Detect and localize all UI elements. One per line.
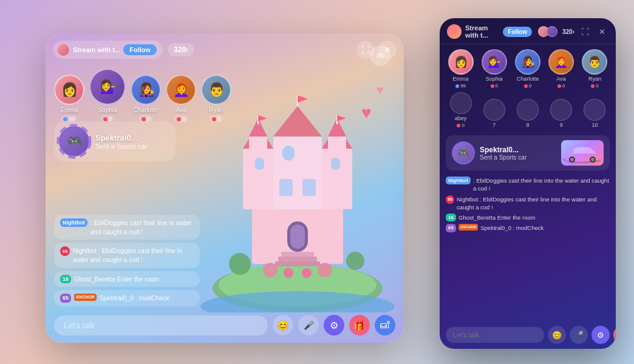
phone-car-image [561, 140, 604, 166]
msg-text-1: : EbilDoggies cast their line in water a… [90, 218, 194, 236]
mic-button[interactable]: 🎤 [298, 315, 319, 335]
phone-msg-text-1: : EbilDoggies cast their line into the w… [473, 177, 610, 193]
phone-viewer-8: 8 [513, 99, 542, 128]
chat-area: Nightbot : EbilDoggies cast their line i… [54, 215, 200, 306]
phone-avatar-group [538, 26, 557, 37]
phone-expand-button[interactable]: ⛶ [578, 25, 591, 38]
svg-rect-29 [281, 252, 314, 257]
svg-point-44 [570, 158, 574, 161]
msg-text-4: Spektral0_0 : modCheck [100, 294, 194, 303]
svg-point-34 [284, 268, 293, 278]
svg-marker-19 [298, 95, 308, 103]
phone-ava-badge: 0 [557, 83, 565, 89]
chat-message-3: 16 Ghost_Beretta Enter the room [54, 271, 200, 288]
phone-viewer-count: 320› [562, 29, 574, 35]
phone-viewers-row1: 👩 Emma 99 💁‍♀️ Sophia 0 [446, 49, 610, 89]
svg-rect-8 [273, 136, 322, 209]
phone-abey-avatar [450, 92, 472, 114]
phone-badge-99: 99 [446, 195, 454, 204]
phone-window: Stream with t... Follow 320› ⛶ ✕ 👩 Emma … [440, 18, 616, 349]
phone-close-button[interactable]: ✕ [595, 25, 608, 38]
phone-abey-badge: 0 [457, 123, 464, 128]
follow-button[interactable]: Follow [123, 44, 157, 55]
svg-text:♥: ♥ [361, 103, 372, 122]
phone-ryan-avatar: 👨 [582, 49, 607, 75]
badge-65: 65 [60, 294, 71, 303]
gift-text: Sent a Sports car [95, 143, 167, 150]
emma-name: Emma [61, 107, 78, 113]
phone-bottom-bar: 😊 🎤 ⚙ 🎁 👤 23 ··· [446, 326, 610, 344]
phone-topbar: Stream with t... Follow 320› ⛶ ✕ [440, 18, 616, 44]
phone-gift-notification: 🎮 Spektral0... Sent a Sports car [446, 135, 610, 170]
svg-rect-23 [255, 158, 264, 170]
phone-viewers-section: 👩 Emma 99 💁‍♀️ Sophia 0 [440, 44, 616, 132]
phone-mic-button[interactable]: 🎤 [570, 326, 588, 344]
badge-99: 99 [60, 246, 70, 256]
phone-gift-avatar: 🎮 [452, 141, 475, 164]
svg-rect-28 [290, 224, 305, 249]
phone-chat-area: Nightbot : EbilDoggies cast their line i… [440, 174, 616, 235]
badge-16: 16 [60, 275, 71, 284]
phone-msg-3: 16 Ghost_Beretta Enter the room [446, 214, 610, 221]
phone-viewer-7: 7 [479, 99, 509, 128]
msg-text-3: Ghost_Beretta Enter the room [74, 275, 194, 284]
gift-button[interactable]: 🎁 [349, 315, 370, 335]
phone-gift-button[interactable]: 🎁 [613, 326, 616, 344]
stream-host-avatar [56, 43, 70, 56]
phone-follow-button[interactable]: Follow [503, 27, 532, 37]
phone-msg-text-3: Ghost_Beretta Enter the room [458, 214, 536, 221]
viewer-emma: 👩 Emma 99 [54, 75, 84, 123]
svg-rect-31 [275, 261, 320, 266]
svg-rect-30 [278, 257, 317, 261]
svg-marker-17 [258, 115, 267, 121]
phone-stream-avatar [447, 24, 462, 39]
phone-viewers-row2: abey 0 7 8 9 10 [446, 92, 610, 128]
phone-charlotte-badge: 0 [524, 83, 531, 89]
phone-sophia-name: Sophia [486, 76, 503, 82]
phone-badge-16: 16 [446, 214, 456, 221]
phone-emoji-button[interactable]: 😊 [548, 326, 566, 344]
phone-msg-text-4: Spektral0_0 : modCheck [480, 224, 544, 232]
ava-name: Ava [176, 107, 186, 113]
viewer-ryan: 👨 Ryan 0 [201, 75, 231, 123]
emoji-button[interactable]: 😊 [273, 315, 293, 335]
sophia-avatar: 💁‍♀️ [89, 69, 126, 105]
phone-ava-avatar: 👩‍🦰 [548, 49, 574, 75]
svg-point-35 [302, 268, 312, 278]
phone-emma-badge: 99 [455, 83, 466, 89]
main-window: ♥ ♥ ♥ Stream with t... Follow 320› ⛶ ✕ ✉… [46, 33, 404, 343]
chat-input[interactable] [54, 315, 268, 335]
svg-rect-22 [282, 146, 295, 161]
svg-point-33 [318, 263, 332, 277]
charlotte-avatar: 👩‍🎤 [131, 75, 161, 105]
phone-charlotte-avatar: 👩‍🎤 [515, 49, 540, 75]
phone-viewer-ava: 👩‍🦰 Ava 0 [547, 49, 576, 89]
ryan-badge: 0 [210, 115, 223, 123]
svg-rect-25 [279, 179, 293, 196]
phone-msg-4: 65 ANCHOR Spektral0_0 : modCheck [446, 224, 610, 232]
phone-stream-title: Stream with t... [465, 24, 499, 39]
phone-settings-button[interactable]: ⚙ [591, 326, 610, 344]
phone-charlotte-name: Charlotte [517, 76, 539, 82]
svg-point-36 [229, 253, 251, 275]
phone-viewer-abey: abey 0 [446, 92, 476, 128]
svg-marker-11 [273, 106, 322, 136]
svg-point-41 [58, 125, 90, 158]
phone-msg-2: 99 Nightbot : EbilDoggies cast their lin… [446, 195, 610, 212]
phone-emma-name: Emma [453, 76, 469, 82]
message-button[interactable]: ✉ [370, 46, 390, 66]
phone-badge-anchor: ANCHOR [458, 224, 478, 230]
phone-viewer-emma: 👩 Emma 99 [446, 49, 476, 89]
phone-chat-input[interactable] [446, 327, 544, 343]
couch-button[interactable]: 🛋 [375, 315, 395, 335]
sophia-name: Sophia [98, 107, 117, 113]
phone-ryan-name: Ryan [588, 76, 601, 82]
ava-badge: 0 [174, 115, 188, 123]
viewer-sophia: 💁‍♀️ Sophia 0 [89, 69, 126, 123]
phone-sophia-badge: 0 [491, 83, 498, 89]
settings-button[interactable]: ⚙ [324, 315, 344, 335]
svg-point-37 [346, 252, 364, 270]
phone-abey-name: abey [455, 115, 467, 121]
svg-rect-24 [331, 158, 340, 170]
phone-msg-1: Nightbot : EbilDoggies cast their line i… [446, 177, 610, 193]
